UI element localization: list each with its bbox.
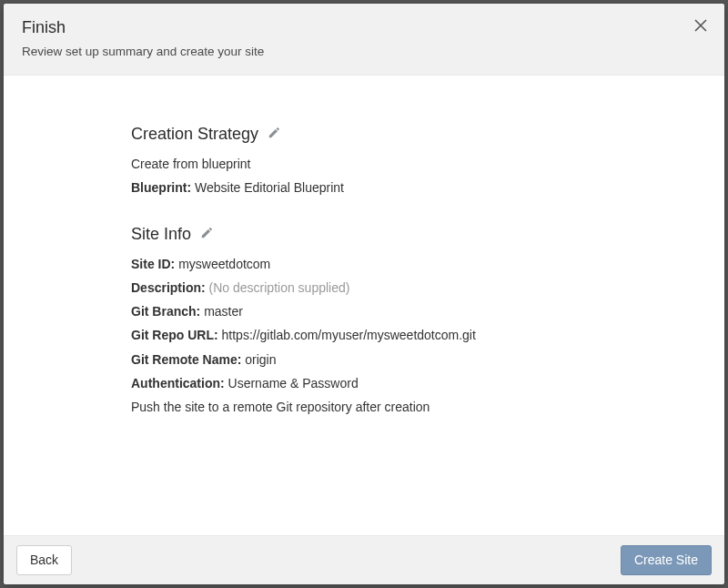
git-branch-label: Git Branch: <box>131 304 200 319</box>
pencil-icon <box>200 225 213 244</box>
dialog-title: Finish <box>22 18 706 37</box>
create-from-line: Create from blueprint <box>131 155 706 173</box>
site-id-value: mysweetdotcom <box>178 257 270 271</box>
blueprint-line: Blueprint: Website Editorial Blueprint <box>131 178 706 197</box>
description-value: (No description supplied) <box>209 280 350 295</box>
blueprint-value: Website Editorial Blueprint <box>195 180 344 195</box>
back-button[interactable]: Back <box>16 545 72 575</box>
description-line: Description: (No description supplied) <box>131 279 706 297</box>
authentication-label: Authentication: <box>131 376 225 390</box>
dialog-header: Finish Review set up summary and create … <box>4 4 724 76</box>
site-id-label: Site ID: <box>131 257 175 271</box>
creation-strategy-title-row: Creation Strategy <box>131 125 706 144</box>
finish-dialog: Finish Review set up summary and create … <box>4 4 724 584</box>
site-info-title: Site Info <box>131 225 191 244</box>
authentication-line: Authentication: Username & Password <box>131 374 706 392</box>
git-remote-label: Git Remote Name: <box>131 352 241 367</box>
site-info-title-row: Site Info <box>131 225 706 244</box>
dialog-subtitle: Review set up summary and create your si… <box>22 45 706 58</box>
site-id-line: Site ID: mysweetdotcom <box>131 255 706 273</box>
git-repo-label: Git Repo URL: <box>131 328 218 342</box>
git-remote-line: Git Remote Name: origin <box>131 350 706 369</box>
blueprint-label: Blueprint: <box>131 180 191 195</box>
description-label: Description: <box>131 280 206 295</box>
git-repo-line: Git Repo URL: https://gitlab.com/myuser/… <box>131 326 706 344</box>
dialog-footer: Back Create Site <box>4 535 724 584</box>
create-site-button[interactable]: Create Site <box>621 545 712 575</box>
dialog-body: Creation Strategy Create from blueprint … <box>4 76 724 535</box>
git-branch-value: master <box>204 304 243 319</box>
edit-site-info-button[interactable] <box>200 225 213 244</box>
close-button[interactable] <box>690 16 712 38</box>
git-branch-line: Git Branch: master <box>131 302 706 320</box>
git-repo-value: https://gitlab.com/myuser/mysweetdotcom.… <box>222 328 476 342</box>
close-icon <box>694 19 707 35</box>
push-note-line: Push the site to a remote Git repository… <box>131 398 706 416</box>
creation-strategy-title: Creation Strategy <box>131 125 258 144</box>
site-info-section: Site Info Site ID: mysweetdotcom Descrip… <box>131 225 706 417</box>
git-remote-value: origin <box>245 352 276 367</box>
creation-strategy-section: Creation Strategy Create from blueprint … <box>131 125 706 198</box>
pencil-icon <box>268 125 280 144</box>
authentication-value: Username & Password <box>228 376 359 390</box>
edit-creation-strategy-button[interactable] <box>268 125 280 144</box>
